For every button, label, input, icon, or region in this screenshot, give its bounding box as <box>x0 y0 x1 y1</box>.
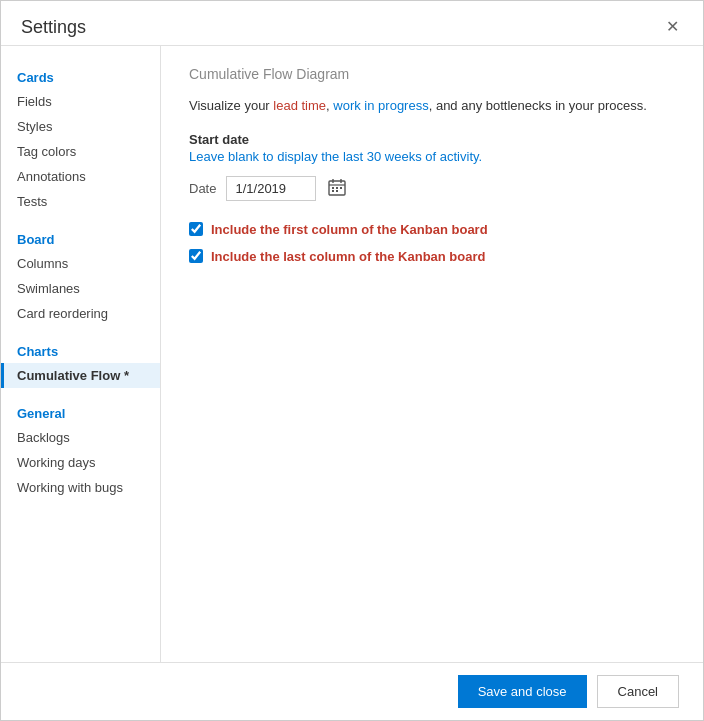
include-last-column-checkbox[interactable] <box>189 249 203 263</box>
sidebar-item-card-reordering[interactable]: Card reordering <box>1 301 160 326</box>
dialog-footer: Save and close Cancel <box>1 662 703 720</box>
spacer2 <box>1 326 160 336</box>
sidebar-section-general[interactable]: General <box>1 398 160 425</box>
date-input[interactable] <box>226 176 316 201</box>
settings-dialog: Settings ✕ Cards Fields Styles Tag color… <box>0 0 704 721</box>
sidebar-item-working-days[interactable]: Working days <box>1 450 160 475</box>
main-content: Cumulative Flow Diagram Visualize your l… <box>161 46 703 662</box>
date-field-label: Date <box>189 181 216 196</box>
sidebar-section-board[interactable]: Board <box>1 224 160 251</box>
include-last-column-label[interactable]: Include the last column of the Kanban bo… <box>211 249 485 264</box>
sidebar-item-working-with-bugs[interactable]: Working with bugs <box>1 475 160 500</box>
checkbox-row-1: Include the first column of the Kanban b… <box>189 222 675 237</box>
sidebar-item-cumulative-flow[interactable]: Cumulative Flow * <box>1 363 160 388</box>
sidebar-item-columns[interactable]: Columns <box>1 251 160 276</box>
dialog-body: Cards Fields Styles Tag colors Annotatio… <box>1 46 703 662</box>
sidebar-item-tag-colors[interactable]: Tag colors <box>1 139 160 164</box>
close-button[interactable]: ✕ <box>662 15 683 39</box>
calendar-icon <box>328 178 346 196</box>
dialog-header: Settings ✕ <box>1 1 703 45</box>
sidebar-item-backlogs[interactable]: Backlogs <box>1 425 160 450</box>
sidebar-item-tests[interactable]: Tests <box>1 189 160 214</box>
include-first-column-label[interactable]: Include the first column of the Kanban b… <box>211 222 488 237</box>
start-date-label: Start date <box>189 132 675 147</box>
description-text: Visualize your lead time, work in progre… <box>189 96 675 116</box>
work-in-progress-text: work in progress <box>333 98 428 113</box>
sidebar-item-annotations[interactable]: Annotations <box>1 164 160 189</box>
dialog-title: Settings <box>21 17 86 38</box>
sidebar-item-styles[interactable]: Styles <box>1 114 160 139</box>
lead-time-text: lead time <box>273 98 326 113</box>
svg-rect-8 <box>336 190 338 192</box>
sidebar-section-cards[interactable]: Cards <box>1 62 160 89</box>
spacer3 <box>1 388 160 398</box>
save-close-button[interactable]: Save and close <box>458 675 587 708</box>
content-title: Cumulative Flow Diagram <box>189 66 675 82</box>
svg-rect-5 <box>336 187 338 189</box>
svg-rect-6 <box>340 187 342 189</box>
sidebar-item-fields[interactable]: Fields <box>1 89 160 114</box>
sidebar-item-swimlanes[interactable]: Swimlanes <box>1 276 160 301</box>
cancel-button[interactable]: Cancel <box>597 675 679 708</box>
start-date-hint: Leave blank to display the last 30 weeks… <box>189 149 675 164</box>
sidebar-section-charts[interactable]: Charts <box>1 336 160 363</box>
sidebar: Cards Fields Styles Tag colors Annotatio… <box>1 46 161 662</box>
calendar-button[interactable] <box>326 176 348 202</box>
spacer1 <box>1 214 160 224</box>
include-first-column-checkbox[interactable] <box>189 222 203 236</box>
svg-rect-4 <box>332 187 334 189</box>
date-row: Date <box>189 176 675 202</box>
checkbox-row-2: Include the last column of the Kanban bo… <box>189 249 675 264</box>
svg-rect-7 <box>332 190 334 192</box>
